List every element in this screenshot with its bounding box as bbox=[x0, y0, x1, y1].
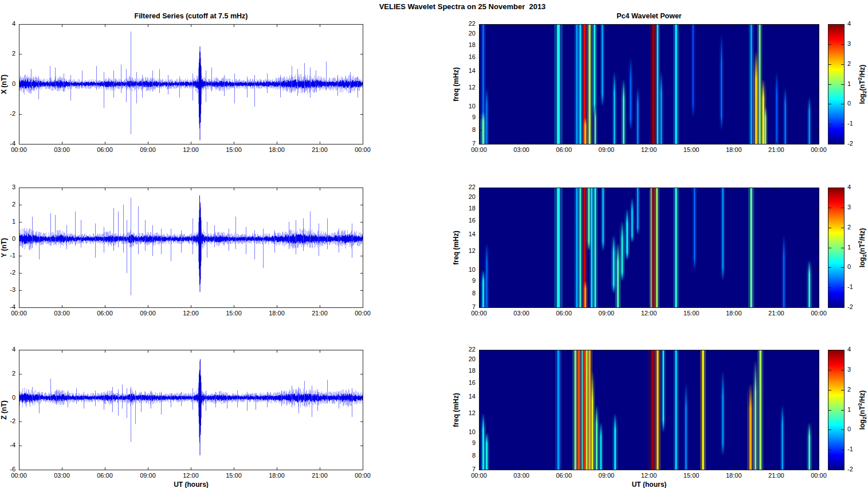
tick-label: 8 bbox=[462, 126, 476, 134]
tick-label: 0 bbox=[0, 80, 15, 88]
tick-label: 16 bbox=[462, 53, 476, 61]
tick-label: 18:00 bbox=[719, 310, 749, 317]
tick-label: -3 bbox=[0, 286, 15, 294]
tick-label: -2 bbox=[0, 417, 15, 425]
tick-label: 2 bbox=[0, 370, 15, 377]
colorbar-z-canvas bbox=[828, 350, 845, 470]
tick-label: 20 bbox=[462, 30, 476, 37]
tick-label: 09:00 bbox=[591, 310, 621, 317]
left-column-title: Filtered Series (cutoff at 7.5 mHz) bbox=[135, 12, 248, 20]
freq-axis-label: freq (mHz) bbox=[452, 393, 460, 427]
freq-axis-label: freq (mHz) bbox=[452, 231, 460, 264]
tick-label: 2 bbox=[847, 386, 860, 393]
tick-label: -4 bbox=[0, 303, 15, 311]
tick-label: 18:00 bbox=[262, 146, 292, 154]
tick-label: 06:00 bbox=[90, 146, 120, 154]
right-column-title: Pc4 Wavelet Power bbox=[616, 12, 681, 20]
tick-label: -6 bbox=[0, 466, 15, 473]
tick-label: 12 bbox=[462, 409, 476, 417]
spectrogram-x-canvas bbox=[479, 24, 819, 145]
tick-label: 3 bbox=[0, 184, 15, 191]
tick-label: 22 bbox=[462, 184, 476, 191]
tick-label: 20 bbox=[462, 356, 476, 363]
tick-label: 1 bbox=[847, 244, 860, 251]
tick-label: 14 bbox=[462, 231, 476, 238]
tick-label: 22 bbox=[462, 346, 476, 353]
spectrogram-z-canvas bbox=[479, 350, 819, 470]
x-axis-label: UT (hours) bbox=[174, 481, 209, 488]
tick-label: 00:00 bbox=[348, 472, 378, 479]
tick-label: 21:00 bbox=[305, 310, 335, 317]
tick-label: 7 bbox=[462, 466, 476, 473]
tick-label: 06:00 bbox=[90, 472, 120, 479]
tick-label: 09:00 bbox=[133, 310, 163, 317]
tick-label: 15:00 bbox=[677, 146, 706, 154]
tick-label: -2 bbox=[0, 269, 15, 276]
tick-label: 10 bbox=[462, 428, 476, 436]
timeseries-panel-x: Filtered Series (cutoff at 7.5 mHz) X (n… bbox=[19, 24, 363, 145]
tick-label: 09:00 bbox=[133, 472, 163, 479]
tick-label: -1 bbox=[847, 446, 860, 453]
tick-label: 18 bbox=[462, 367, 476, 374]
tick-label: 8 bbox=[462, 290, 476, 297]
timeseries-y-canvas bbox=[19, 188, 363, 308]
tick-label: 3 bbox=[847, 366, 860, 373]
colorbar-x-canvas bbox=[828, 24, 845, 145]
tick-label: -1 bbox=[0, 252, 15, 259]
tick-label: 09:00 bbox=[133, 146, 163, 154]
tick-label: 7 bbox=[462, 303, 476, 311]
tick-label: 14 bbox=[462, 67, 476, 75]
tick-label: 06:00 bbox=[549, 146, 579, 154]
tick-label: 03:00 bbox=[506, 310, 536, 317]
tick-label: 18:00 bbox=[719, 146, 749, 154]
spectrogram-panel-x: Pc4 Wavelet Power freq (mHz) 00:0003:000… bbox=[479, 24, 819, 145]
x-axis-label: UT (hours) bbox=[632, 481, 667, 488]
tick-label: 16 bbox=[462, 379, 476, 387]
tick-label: 12:00 bbox=[634, 310, 664, 317]
tick-label: 00:00 bbox=[804, 310, 834, 317]
tick-label: 3 bbox=[847, 40, 860, 48]
tick-label: 18:00 bbox=[719, 472, 749, 479]
colorbar-y: log2(nT2/Hz) 43210-1-2 bbox=[828, 188, 845, 308]
tick-label: 00:00 bbox=[348, 310, 378, 317]
tick-label: -2 bbox=[847, 303, 860, 311]
tick-label: 21:00 bbox=[761, 146, 791, 154]
tick-label: 21:00 bbox=[305, 472, 335, 479]
tick-label: 15:00 bbox=[219, 472, 249, 479]
tick-label: -2 bbox=[847, 140, 860, 147]
tick-label: 18 bbox=[462, 205, 476, 212]
tick-label: 12:00 bbox=[176, 310, 206, 317]
tick-label: 03:00 bbox=[47, 146, 77, 154]
tick-label: 18 bbox=[462, 41, 476, 49]
tick-label: 18:00 bbox=[262, 310, 292, 317]
tick-label: 4 bbox=[847, 184, 860, 191]
tick-label: 21:00 bbox=[761, 310, 791, 317]
tick-label: 1 bbox=[847, 80, 860, 88]
tick-label: 00:00 bbox=[348, 146, 378, 154]
tick-label: 8 bbox=[462, 452, 476, 459]
tick-label: 12 bbox=[462, 84, 476, 91]
tick-label: -4 bbox=[0, 442, 15, 449]
timeseries-panel-y: Y (nT) 00:0003:0006:0009:0012:0015:0018:… bbox=[19, 188, 363, 308]
tick-label: 2 bbox=[0, 201, 15, 208]
colorbar-x: log2(nT2/Hz) 43210-1-2 bbox=[828, 24, 845, 145]
tick-label: 0 bbox=[0, 235, 15, 243]
tick-label: 12:00 bbox=[176, 472, 206, 479]
figure-page: { "chart_data": { "title": "VELIES Wavel… bbox=[0, 0, 868, 488]
tick-label: 4 bbox=[0, 20, 15, 28]
tick-label: 9 bbox=[462, 439, 476, 447]
tick-label: 03:00 bbox=[506, 146, 536, 154]
tick-label: 4 bbox=[847, 20, 860, 28]
spectrogram-y-canvas bbox=[479, 188, 819, 308]
tick-label: 16 bbox=[462, 217, 476, 224]
tick-label: 22 bbox=[462, 20, 476, 28]
tick-label: 00:00 bbox=[804, 472, 834, 479]
tick-label: 09:00 bbox=[591, 146, 621, 154]
figure-title: VELIES Wavelet Spectra on 25 November 20… bbox=[379, 2, 546, 11]
tick-label: 06:00 bbox=[90, 310, 120, 317]
timeseries-x-canvas bbox=[19, 24, 363, 145]
tick-label: 21:00 bbox=[305, 146, 335, 154]
tick-label: 06:00 bbox=[549, 310, 579, 317]
tick-label: 2 bbox=[847, 224, 860, 231]
tick-label: 06:00 bbox=[549, 472, 579, 479]
